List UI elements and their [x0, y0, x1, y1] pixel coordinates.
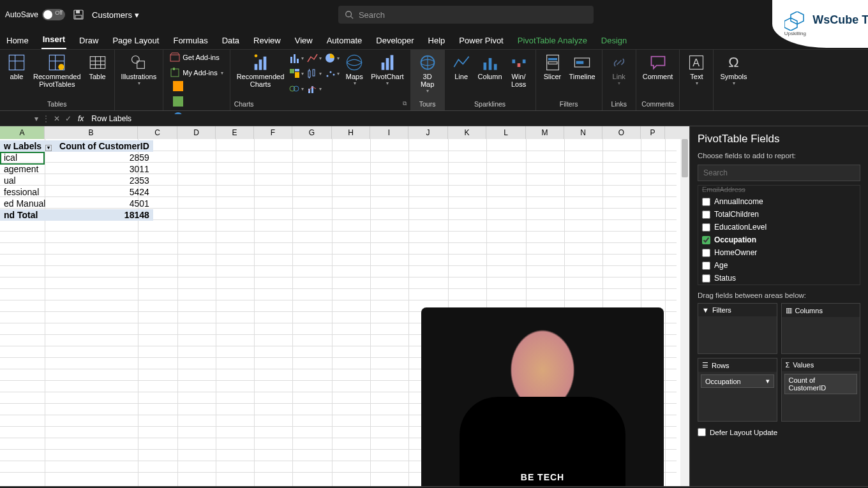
tab-design[interactable]: Design [600, 32, 628, 49]
column-header-L[interactable]: L [486, 126, 526, 139]
pivot-row[interactable]: ical2859 [0, 152, 153, 163]
column-headers[interactable]: ABCDEFGHIJKLMNOP [0, 126, 689, 139]
comment-button[interactable]: Comment [640, 51, 676, 82]
pivottable[interactable]: w Labels ▾ Count of CustomerID ical2859a… [0, 140, 153, 221]
tab-data[interactable]: Data [221, 32, 241, 49]
column-header-A[interactable]: A [0, 126, 45, 139]
my-addins-button[interactable]: My Add-ins▾ [167, 66, 225, 79]
pie-chart-button[interactable]: ▾ [324, 51, 340, 65]
field-educationlevel[interactable]: EducationLevel [698, 221, 860, 233]
bing-maps-addin[interactable] [170, 79, 186, 93]
waterfall-chart-button[interactable]: ▾ [288, 82, 304, 96]
recommended-pivottables-button[interactable]: Recommended PivotTables [31, 51, 84, 89]
tab-home[interactable]: Home [5, 32, 30, 49]
tab-draw[interactable]: Draw [78, 32, 100, 49]
field-age[interactable]: Age [698, 259, 860, 272]
column-header-D[interactable]: D [177, 126, 216, 139]
rows-area[interactable]: ☰Rows Occupation▾ [698, 358, 777, 422]
pivot-row[interactable]: ed Manual4501 [0, 198, 153, 209]
column-header-J[interactable]: J [408, 126, 448, 139]
link-button[interactable]: Link▾ [606, 51, 632, 87]
table-button[interactable]: Table [85, 51, 110, 82]
qat-workbook-dropdown[interactable]: Customers ▾ [92, 10, 139, 20]
rows-chip[interactable]: Occupation▾ [701, 374, 774, 388]
pivot-row[interactable]: fessional5424 [0, 186, 153, 198]
column-header-O[interactable]: O [602, 126, 641, 139]
scrollbar-thumb[interactable] [682, 139, 688, 177]
column-header-I[interactable]: I [370, 126, 408, 139]
namebox-dropdown-icon[interactable]: ▾ [32, 114, 41, 123]
tab-help[interactable]: Help [427, 32, 447, 49]
timeline-button[interactable]: Timeline [567, 51, 598, 82]
illustrations-button[interactable]: Illustrations▾ [119, 51, 160, 87]
maps-button[interactable]: Maps▾ [341, 51, 367, 87]
column-chart-button[interactable]: ▾ [288, 51, 304, 65]
filters-area[interactable]: ▼Filters [698, 303, 777, 354]
combo-chart-button[interactable]: ▾ [306, 82, 322, 96]
values-chip[interactable]: Count of CustomerID [784, 374, 858, 394]
column-header-M[interactable]: M [526, 126, 564, 139]
column-header-K[interactable]: K [448, 126, 486, 139]
columns-area[interactable]: ▥Columns [781, 303, 861, 354]
tab-insert[interactable]: Insert [41, 31, 66, 49]
get-addins-button[interactable]: Get Add-ins [167, 51, 221, 64]
tab-review[interactable]: Review [252, 32, 282, 49]
fields-search-input[interactable] [698, 165, 860, 181]
tab-view[interactable]: View [294, 32, 314, 49]
3d-map-button[interactable]: 3D Map▾ [415, 51, 440, 95]
charts-launcher-icon[interactable]: ⧉ [403, 100, 407, 108]
field-checkbox[interactable] [702, 223, 710, 232]
sparkline-line-button[interactable]: Line [449, 51, 474, 82]
search-box[interactable]: Search [338, 6, 594, 24]
tab-automate[interactable]: Automate [326, 32, 364, 49]
autosave-toggle[interactable]: AutoSave Off [5, 9, 65, 20]
line-chart-button[interactable]: ▾ [306, 51, 322, 65]
field-checkbox[interactable] [702, 198, 710, 206]
field-checkbox[interactable] [702, 249, 710, 257]
field-list[interactable]: EmailAddressAnnualIncomeTotalChildrenEdu… [698, 185, 860, 285]
column-header-F[interactable]: F [254, 126, 292, 139]
field-checkbox[interactable] [702, 262, 710, 270]
sparkline-column-button[interactable]: Column [475, 51, 505, 82]
field-homeowner[interactable]: HomeOwner [698, 246, 860, 259]
field-emailaddress[interactable]: EmailAddress [698, 186, 860, 195]
hierarchy-chart-button[interactable]: ▾ [288, 66, 304, 80]
tab-formulas[interactable]: Formulas [172, 32, 209, 49]
rowlabels-filter-icon[interactable]: ▾ [45, 145, 52, 151]
save-icon[interactable] [73, 9, 84, 20]
fx-icon[interactable]: fx [74, 114, 87, 123]
defer-checkbox[interactable] [698, 428, 706, 436]
values-area[interactable]: ΣValues Count of CustomerID [781, 358, 861, 422]
field-annualincome[interactable]: AnnualIncome [698, 195, 860, 208]
scatter-chart-button[interactable]: ▾ [324, 66, 340, 80]
pivot-row[interactable]: ual2353 [0, 175, 153, 186]
worksheet[interactable]: ABCDEFGHIJKLMNOP w Labels ▾ Count of Cus… [0, 126, 689, 486]
tab-developer[interactable]: Developer [375, 32, 415, 49]
slicer-button[interactable]: Slicer [540, 51, 565, 82]
name-box[interactable] [0, 114, 32, 123]
column-header-E[interactable]: E [216, 126, 254, 139]
field-totalchildren[interactable]: TotalChildren [698, 208, 860, 221]
column-header-P[interactable]: P [641, 126, 665, 139]
field-checkbox[interactable] [702, 274, 710, 283]
pivottable-button[interactable]: able [4, 51, 29, 82]
text-button[interactable]: AText▾ [684, 51, 709, 87]
statistic-chart-button[interactable]: ▾ [306, 66, 322, 80]
field-checkbox[interactable] [702, 211, 710, 219]
column-header-B[interactable]: B [45, 126, 138, 139]
toggle-switch[interactable]: Off [42, 9, 65, 20]
column-header-C[interactable]: C [138, 126, 177, 139]
pivot-row[interactable]: agement3011 [0, 163, 153, 175]
cancel-icon[interactable]: ✕ [51, 114, 63, 123]
field-occupation[interactable]: Occupation [698, 233, 860, 246]
formula-input[interactable] [87, 114, 868, 123]
column-header-N[interactable]: N [564, 126, 602, 139]
vertical-scrollbar[interactable] [680, 139, 689, 486]
pivotchart-button[interactable]: PivotChart▾ [368, 51, 406, 87]
column-header-H[interactable]: H [332, 126, 370, 139]
field-checkbox[interactable] [702, 236, 710, 244]
defer-layout-update[interactable]: Defer Layout Update [698, 428, 860, 436]
tab-power-pivot[interactable]: Power Pivot [458, 32, 504, 49]
column-header-G[interactable]: G [292, 126, 332, 139]
people-graph-addin[interactable] [170, 94, 186, 108]
